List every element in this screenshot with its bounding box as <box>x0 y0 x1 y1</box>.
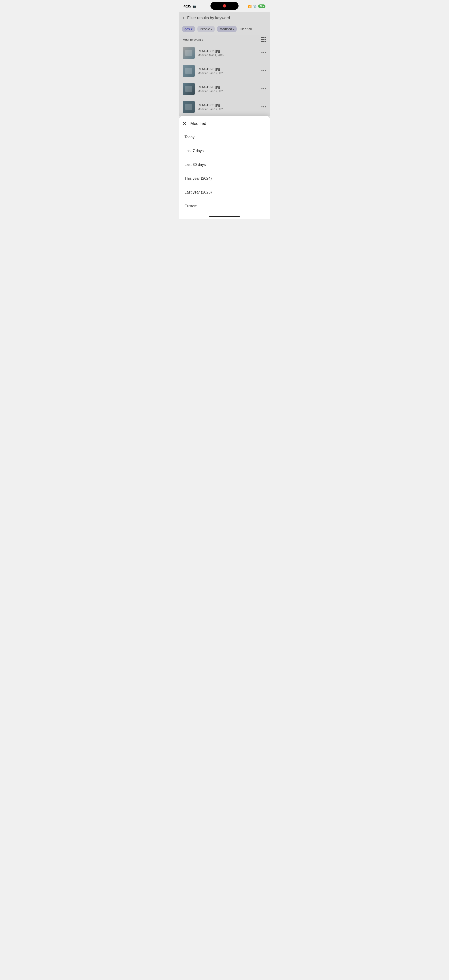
header-title: Filter results by keyword <box>187 16 230 21</box>
file-info: IMAG1920.jpg Modified Jan 19, 2015 <box>198 85 259 93</box>
file-thumbnail <box>182 101 195 113</box>
file-info: IMAG1965.jpg Modified Jan 19, 2015 <box>198 103 259 111</box>
signal-icon: 📶 <box>248 5 252 8</box>
option-last-year-label: Last year (2023) <box>184 190 212 194</box>
people-filter-chip[interactable]: People ▾ <box>197 26 215 32</box>
file-thumbnail <box>182 83 195 95</box>
file-date: Modified Jan 19, 2015 <box>198 72 259 75</box>
battery-badge: 80+ <box>258 5 265 8</box>
option-today-label: Today <box>184 135 195 139</box>
status-icons: 📶 📡 80+ <box>248 5 265 8</box>
file-item[interactable]: IMAG1920.jpg Modified Jan 19, 2015 ••• <box>179 80 270 98</box>
file-thumbnail <box>182 65 195 77</box>
file-info: IMAG1335.jpg Modified Mar 4, 2015 <box>198 49 259 57</box>
option-custom[interactable]: Custom <box>179 199 270 213</box>
sort-arrow-icon: ↓ <box>202 38 203 41</box>
sim-icon: 📷 <box>192 5 196 8</box>
more-options-button[interactable]: ••• <box>261 105 267 110</box>
sort-label[interactable]: Most relevant ↓ <box>182 38 203 41</box>
file-name: IMAG1965.jpg <box>198 103 259 107</box>
file-thumbnail <box>182 47 195 59</box>
wifi-icon: 📡 <box>253 5 257 8</box>
more-options-button[interactable]: ••• <box>261 68 267 73</box>
people-chevron-icon: ▾ <box>211 28 212 30</box>
option-last-7-days-label: Last 7 days <box>184 149 204 153</box>
modified-filter-chip[interactable]: Modified ▾ <box>217 26 237 32</box>
grid-dot <box>265 39 267 40</box>
modified-chip-label: Modified <box>220 27 232 31</box>
sheet-header: ✕ Modified <box>182 120 267 130</box>
grid-dot <box>263 41 265 42</box>
sheet-handle-area: ✕ Modified <box>179 116 270 130</box>
option-last-30-days[interactable]: Last 30 days <box>179 158 270 172</box>
file-item[interactable]: IMAG1923.jpg Modified Jan 19, 2015 ••• <box>179 62 270 80</box>
file-item[interactable]: IMAG1335.jpg Modified Mar 4, 2015 ••• <box>179 44 270 62</box>
record-indicator <box>223 4 226 8</box>
option-last-30-days-label: Last 30 days <box>184 162 206 167</box>
sort-label-text: Most relevant <box>182 38 201 41</box>
file-date: Modified Mar 4, 2015 <box>198 54 259 57</box>
back-button[interactable]: ‹ <box>182 15 184 21</box>
grid-dot <box>261 37 263 38</box>
option-last-year[interactable]: Last year (2023) <box>179 186 270 199</box>
file-name: IMAG1920.jpg <box>198 85 259 89</box>
option-custom-label: Custom <box>184 204 197 208</box>
bottom-sheet: ✕ Modified Today Last 7 days Last 30 day… <box>179 116 270 219</box>
pages-chip-label: ges <box>184 27 190 31</box>
file-info: IMAG1923.jpg Modified Jan 19, 2015 <box>198 67 259 75</box>
option-this-year[interactable]: This year (2024) <box>179 172 270 186</box>
option-last-7-days[interactable]: Last 7 days <box>179 144 270 158</box>
pages-filter-chip[interactable]: ges ▾ <box>182 26 195 32</box>
status-bar: 4:35 📷 📶 📡 80+ <box>179 0 270 12</box>
status-time: 4:35 <box>184 4 191 8</box>
more-options-button[interactable]: ••• <box>261 87 267 92</box>
bg-content: ‹ Filter results by keyword ges ▾ People… <box>179 12 270 116</box>
grid-dot <box>263 37 265 38</box>
dynamic-island <box>211 2 238 10</box>
home-bar <box>179 213 270 219</box>
grid-dot <box>265 37 267 38</box>
close-sheet-button[interactable]: ✕ <box>182 121 187 126</box>
file-name: IMAG1335.jpg <box>198 49 259 53</box>
more-options-button[interactable]: ••• <box>261 51 267 56</box>
grid-dot <box>265 41 267 42</box>
option-today[interactable]: Today <box>179 130 270 144</box>
sort-bar: Most relevant ↓ <box>179 35 270 44</box>
clear-all-button[interactable]: Clear all <box>239 26 252 32</box>
header: ‹ Filter results by keyword <box>179 12 270 24</box>
file-name: IMAG1923.jpg <box>198 67 259 71</box>
grid-view-button[interactable] <box>261 37 267 42</box>
sheet-options: Today Last 7 days Last 30 days This year… <box>179 130 270 213</box>
filter-bar: ges ▾ People ▾ Modified ▾ Clear all <box>179 24 270 35</box>
people-chip-label: People <box>200 27 210 31</box>
option-this-year-label: This year (2024) <box>184 177 212 181</box>
home-indicator <box>209 216 240 217</box>
file-list: IMAG1335.jpg Modified Mar 4, 2015 ••• IM… <box>179 44 270 116</box>
pages-chevron-icon: ▾ <box>191 27 192 31</box>
file-item[interactable]: IMAG1965.jpg Modified Jan 19, 2015 ••• <box>179 98 270 116</box>
sheet-title: Modified <box>190 121 206 126</box>
grid-dot <box>263 39 265 40</box>
modified-chevron-icon: ▾ <box>233 28 234 30</box>
file-date: Modified Jan 19, 2015 <box>198 108 259 111</box>
grid-dot <box>261 39 263 40</box>
grid-dot <box>261 41 263 42</box>
file-date: Modified Jan 19, 2015 <box>198 90 259 93</box>
